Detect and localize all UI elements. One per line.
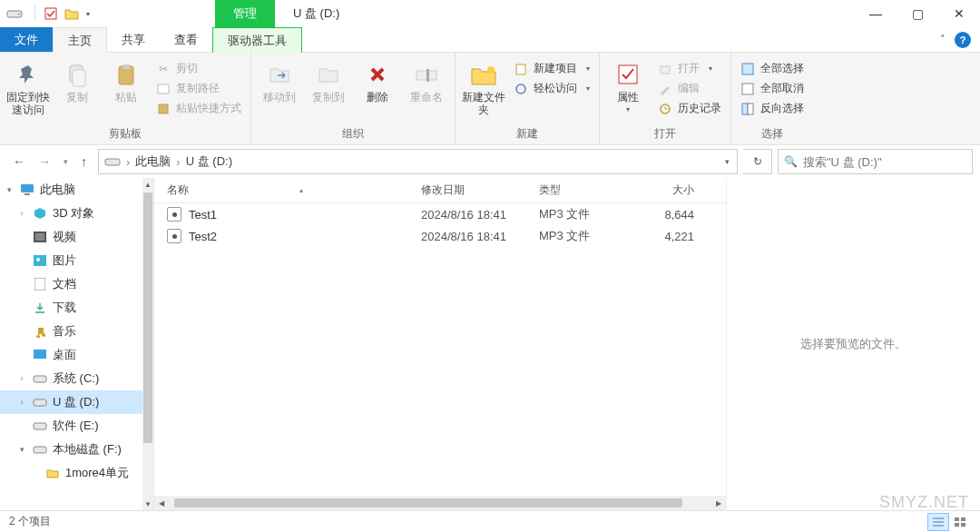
folder-icon — [45, 466, 60, 480]
breadcrumb-location[interactable]: U 盘 (D:) — [186, 153, 232, 170]
chevron-down-icon[interactable]: ▾ — [16, 445, 27, 454]
tree-drive-c[interactable]: ›系统 (C:) — [0, 367, 153, 390]
horizontal-scrollbar[interactable]: ◀ ▶ — [154, 496, 726, 510]
group-label-open: 打开 — [605, 124, 725, 144]
pictures-icon — [33, 253, 47, 268]
music-icon — [33, 324, 47, 339]
refresh-button[interactable]: ↻ — [743, 149, 772, 174]
delete-button[interactable]: 删除 — [355, 58, 400, 103]
tree-drive-e[interactable]: 软件 (E:) — [0, 414, 153, 438]
move-to-button[interactable]: 移动到 — [257, 58, 302, 103]
qat-new-folder-icon[interactable] — [64, 7, 79, 20]
tree-scrollbar[interactable]: ▲ ▼ — [142, 178, 153, 510]
select-all-button[interactable]: 全部选择 — [737, 60, 808, 77]
scroll-right-icon[interactable]: ▶ — [711, 499, 726, 507]
svg-rect-37 — [955, 523, 959, 527]
open-icon — [658, 62, 672, 76]
drive-icon — [33, 419, 47, 433]
close-button[interactable]: ✕ — [938, 0, 980, 27]
help-icon[interactable]: ? — [955, 32, 971, 48]
collapse-ribbon-icon[interactable]: ˄ — [940, 34, 946, 45]
recent-dropdown[interactable]: ▾ — [64, 157, 68, 166]
tree-drive-d[interactable]: ›U 盘 (D:) — [0, 390, 153, 414]
tree-documents[interactable]: 文档 — [0, 272, 153, 296]
ribbon-group-open: 属性 ▾ 打开▾ 编辑 历史记录 打开 — [600, 53, 731, 144]
svg-rect-17 — [742, 64, 753, 74]
cut-button[interactable]: ✂剪切 — [152, 60, 245, 77]
pin-quick-access-button[interactable]: 固定到快速访问 — [5, 58, 51, 117]
chevron-right-icon[interactable]: › — [16, 374, 27, 383]
back-button[interactable]: ← — [13, 154, 25, 169]
downloads-icon — [33, 300, 47, 315]
search-box[interactable]: 🔍 — [778, 149, 973, 174]
up-button[interactable]: ↑ — [81, 154, 87, 169]
svg-point-1 — [18, 14, 20, 15]
group-label-clipboard: 剪贴板 — [5, 124, 245, 144]
search-input[interactable] — [803, 155, 966, 169]
scroll-thumb[interactable] — [174, 498, 682, 507]
paste-button[interactable]: 粘贴 — [103, 58, 149, 103]
qat-properties-icon[interactable] — [44, 7, 57, 20]
file-row[interactable]: Test2 2024/8/16 18:41 MP3 文件 4,221 — [154, 225, 726, 247]
edit-button[interactable]: 编辑 — [654, 80, 725, 97]
tree-downloads[interactable]: 下载 — [0, 296, 153, 320]
chevron-right-icon[interactable]: › — [16, 209, 27, 218]
scroll-down-icon[interactable]: ▼ — [144, 498, 152, 510]
tree-drive-f[interactable]: ▾本地磁盘 (F:) — [0, 438, 153, 461]
tab-drive-tools[interactable]: 驱动器工具 — [212, 27, 302, 53]
delete-icon — [363, 60, 392, 89]
icons-view-button[interactable] — [949, 513, 971, 531]
copy-button[interactable]: 复制 — [54, 58, 100, 103]
properties-button[interactable]: 属性 ▾ — [605, 58, 651, 114]
scroll-up-icon[interactable]: ▲ — [144, 178, 152, 191]
address-bar[interactable]: › 此电脑 › U 盘 (D:) ▾ — [98, 149, 738, 174]
easy-access-button[interactable]: 轻松访问▾ — [510, 80, 593, 97]
column-type[interactable]: 类型 — [526, 182, 640, 198]
chevron-right-icon[interactable]: › — [16, 398, 27, 407]
paste-shortcut-button[interactable]: 粘贴快捷方式 — [152, 100, 245, 117]
copy-path-button[interactable]: 复制路径 — [152, 80, 245, 97]
rename-button[interactable]: 重命名 — [404, 58, 449, 103]
scroll-thumb[interactable] — [143, 192, 152, 443]
new-item-button[interactable]: 新建项目▾ — [510, 60, 593, 77]
tree-this-pc[interactable]: ▾ 此电脑 — [0, 178, 153, 202]
column-name[interactable]: 名称▴ — [154, 182, 408, 198]
tree-pictures[interactable]: 图片 — [0, 249, 153, 272]
tab-home[interactable]: 主页 — [53, 27, 107, 53]
maximize-button[interactable]: ▢ — [897, 0, 938, 27]
new-folder-button[interactable]: 新建文件夹 — [461, 58, 506, 117]
chevron-down-icon: ▾ — [626, 105, 630, 114]
open-button[interactable]: 打开▾ — [654, 60, 725, 77]
svg-rect-31 — [34, 376, 46, 382]
column-date[interactable]: 修改日期 — [408, 182, 526, 198]
select-none-button[interactable]: 全部取消 — [737, 80, 808, 97]
tab-file[interactable]: 文件 — [0, 27, 53, 52]
svg-rect-34 — [34, 447, 46, 453]
preview-message: 选择要预览的文件。 — [800, 336, 906, 352]
column-size[interactable]: 大小 — [640, 182, 703, 198]
tab-view[interactable]: 查看 — [160, 27, 212, 52]
tree-music[interactable]: 音乐 — [0, 320, 153, 343]
copy-to-button[interactable]: 复制到 — [306, 58, 351, 103]
tree-subfolder[interactable]: 1more4单元 — [0, 461, 153, 485]
forward-button[interactable]: → — [38, 154, 51, 169]
history-button[interactable]: 历史记录 — [654, 100, 725, 117]
chevron-down-icon: ▾ — [709, 64, 712, 73]
minimize-button[interactable]: — — [855, 0, 897, 27]
tree-videos[interactable]: 视频 — [0, 225, 153, 249]
select-none-icon — [740, 82, 755, 96]
address-dropdown-icon[interactable]: ▾ — [723, 157, 731, 166]
context-tab-manage[interactable]: 管理 — [215, 0, 275, 27]
details-view-button[interactable] — [927, 513, 949, 531]
invert-selection-button[interactable]: 反向选择 — [737, 100, 808, 117]
chevron-down-icon[interactable]: ▾ — [4, 185, 15, 194]
breadcrumb-this-pc[interactable]: 此电脑 — [135, 153, 171, 170]
qat-dropdown-icon[interactable]: ▾ — [86, 10, 90, 18]
svg-rect-19 — [742, 103, 748, 114]
file-row[interactable]: Test1 2024/8/16 18:41 MP3 文件 8,644 — [154, 203, 726, 225]
tree-3d-objects[interactable]: ›3D 对象 — [0, 202, 153, 225]
tab-share[interactable]: 共享 — [107, 27, 160, 52]
ribbon-tabs: 文件 主页 共享 查看 驱动器工具 ˄ ? — [0, 27, 980, 53]
tree-desktop[interactable]: 桌面 — [0, 343, 153, 367]
scroll-left-icon[interactable]: ◀ — [154, 499, 169, 507]
